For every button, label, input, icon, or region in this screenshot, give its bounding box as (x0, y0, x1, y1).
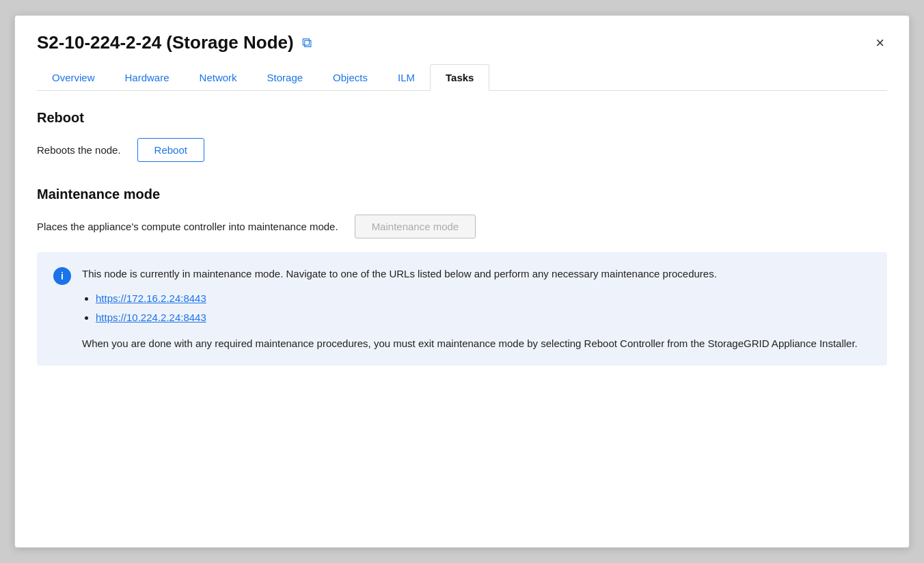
modal-container: S2-10-224-2-24 (Storage Node) ⧉ × Overvi… (14, 15, 910, 548)
tab-ilm[interactable]: ILM (383, 64, 430, 90)
info-icon-wrap: i (53, 267, 71, 352)
reboot-row: Reboots the node. Reboot (37, 138, 887, 162)
info-footer-note: When you are done with any required main… (82, 335, 858, 352)
info-box: i This node is currently in maintenance … (37, 252, 887, 366)
list-item: https://172.16.2.24:8443 (96, 290, 858, 307)
reboot-section: Reboot Reboots the node. Reboot (37, 110, 887, 162)
maintenance-section-title: Maintenance mode (37, 187, 887, 202)
tab-network[interactable]: Network (185, 64, 252, 90)
info-url-list: https://172.16.2.24:8443 https://10.224.… (96, 290, 858, 326)
maintenance-row: Places the appliance's compute controlle… (37, 215, 887, 238)
modal-header: S2-10-224-2-24 (Storage Node) ⧉ × (37, 32, 887, 53)
url-link-1[interactable]: https://172.16.2.24:8443 (96, 292, 206, 304)
maintenance-mode-button[interactable]: Maintenance mode (355, 215, 476, 238)
maintenance-section: Maintenance mode Places the appliance's … (37, 187, 887, 366)
tab-tasks[interactable]: Tasks (430, 64, 489, 91)
tab-hardware[interactable]: Hardware (110, 64, 185, 90)
modal-title: S2-10-224-2-24 (Storage Node) (37, 32, 294, 53)
external-link-icon[interactable]: ⧉ (302, 35, 312, 51)
tab-overview[interactable]: Overview (37, 64, 110, 90)
url-link-2[interactable]: https://10.224.2.24:8443 (96, 312, 206, 323)
modal-title-area: S2-10-224-2-24 (Storage Node) ⧉ (37, 32, 312, 53)
maintenance-description: Places the appliance's compute controlle… (37, 221, 338, 232)
list-item: https://10.224.2.24:8443 (96, 310, 858, 326)
close-button[interactable]: × (873, 33, 887, 53)
info-message: This node is currently in maintenance mo… (82, 266, 858, 282)
reboot-button[interactable]: Reboot (137, 138, 204, 162)
reboot-description: Reboots the node. (37, 144, 121, 156)
tab-storage[interactable]: Storage (252, 64, 318, 90)
info-content: This node is currently in maintenance mo… (82, 266, 858, 352)
reboot-section-title: Reboot (37, 110, 887, 126)
tab-bar: Overview Hardware Network Storage Object… (37, 64, 887, 91)
tab-objects[interactable]: Objects (318, 64, 383, 90)
info-icon: i (53, 267, 71, 285)
